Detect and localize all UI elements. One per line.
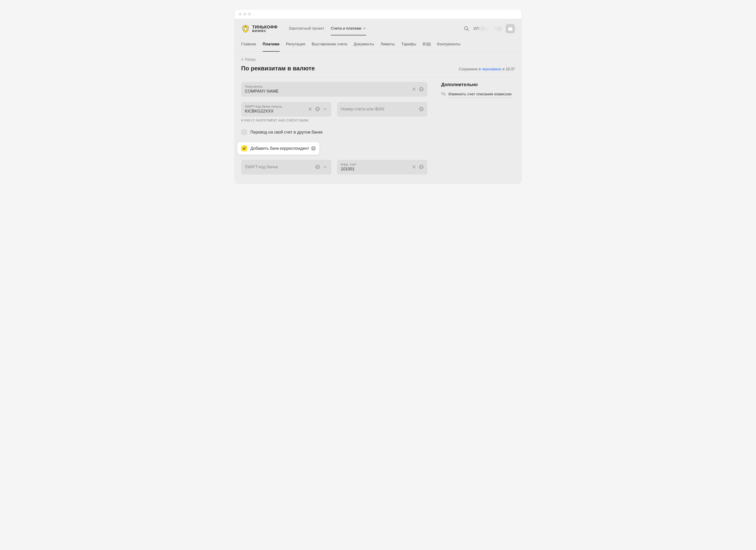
percent-icon: % bbox=[441, 91, 446, 97]
top-nav: Зарплатный проект Счета и платежи bbox=[289, 22, 366, 35]
logo-icon bbox=[241, 24, 250, 33]
user-prefix: ИП bbox=[474, 26, 479, 31]
top-nav-accounts-payments[interactable]: Счета и платежи bbox=[331, 22, 366, 35]
help-icon[interactable]: ? bbox=[315, 165, 320, 169]
top-nav-salary-project[interactable]: Зарплатный проект bbox=[289, 22, 324, 35]
corr-account-field[interactable]: Корр. счет 101001 ? bbox=[337, 160, 427, 175]
header: ТИНЬКОФФ БИЗНЕС Зарплатный проект Счета … bbox=[235, 19, 521, 35]
svg-rect-5 bbox=[509, 27, 511, 28]
window-dot bbox=[239, 13, 242, 16]
app-root: ТИНЬКОФФ БИЗНЕС Зарплатный проект Счета … bbox=[235, 19, 521, 184]
window-dot bbox=[243, 13, 246, 16]
user-label[interactable]: ИП bbox=[474, 26, 501, 31]
help-icon[interactable]: ? bbox=[315, 107, 320, 111]
swift-field[interactable]: SWIFT-код банка получа KICBKG22XXX ? bbox=[241, 102, 331, 117]
sub-nav-limits[interactable]: Лимиты bbox=[381, 37, 395, 52]
svg-rect-0 bbox=[244, 27, 247, 30]
change-commission-account-link[interactable]: % Изменить счет списания комиссии bbox=[441, 91, 515, 98]
header-right: ИП bbox=[463, 24, 515, 33]
chevron-down-icon[interactable] bbox=[322, 164, 328, 170]
iban-field[interactable]: Номер счета или IBAN ? bbox=[337, 102, 427, 117]
sub-nav-main[interactable]: Главное bbox=[241, 37, 256, 52]
own-account-row: Перевод на свой счет в другом банке bbox=[241, 127, 427, 137]
svg-point-1 bbox=[245, 26, 246, 27]
help-icon[interactable]: ? bbox=[419, 107, 424, 111]
swift-value: KICBKG22XXX bbox=[245, 109, 306, 114]
form-column: Получатель COMPANY NAME ? bbox=[241, 82, 427, 175]
drafts-link[interactable]: в черновиках bbox=[479, 67, 502, 71]
page-title: По реквизитам в валюте bbox=[241, 65, 315, 72]
browser-frame: ТИНЬКОФФ БИЗНЕС Зарплатный проект Счета … bbox=[234, 9, 522, 184]
recipient-value: COMPANY NAME bbox=[245, 89, 409, 94]
back-link[interactable]: Назад bbox=[241, 57, 255, 62]
saved-status: Сохранено в черновиках в 18:37 bbox=[459, 67, 515, 71]
top-nav-label: Счета и платежи bbox=[331, 26, 361, 31]
recipient-field[interactable]: Получатель COMPANY NAME ? bbox=[241, 82, 427, 97]
browser-titlebar bbox=[235, 9, 521, 19]
sub-nav-counterparties[interactable]: Контрагенты bbox=[437, 37, 460, 52]
svg-line-3 bbox=[467, 29, 469, 31]
add-correspondent-label: Добавить банк-корреспондент ? bbox=[250, 146, 316, 151]
content: Назад По реквизитам в валюте Сохранено в… bbox=[235, 52, 521, 184]
sub-nav-tariffs[interactable]: Тарифы bbox=[401, 37, 416, 52]
clear-icon[interactable] bbox=[411, 86, 417, 92]
search-icon[interactable] bbox=[463, 26, 469, 32]
main-columns: Получатель COMPANY NAME ? bbox=[241, 82, 515, 175]
window-dot bbox=[248, 13, 251, 16]
user-name-redacted bbox=[481, 27, 501, 31]
own-account-label: Перевод на свой счет в другом банке bbox=[250, 130, 323, 135]
chevron-down-icon bbox=[363, 27, 366, 30]
help-icon[interactable]: ? bbox=[419, 87, 424, 91]
recipient-label: Получатель bbox=[245, 85, 409, 88]
own-account-checkbox[interactable] bbox=[241, 129, 247, 135]
sub-nav-documents[interactable]: Документы bbox=[354, 37, 374, 52]
title-row: По реквизитам в валюте Сохранено в черно… bbox=[241, 65, 515, 77]
clear-icon[interactable] bbox=[411, 164, 417, 170]
add-correspondent-row: Добавить банк-корреспондент ? bbox=[237, 142, 319, 155]
sub-nav: Главное Платежи Репутация Выставление сч… bbox=[235, 37, 521, 52]
logo-text: ТИНЬКОФФ БИЗНЕС bbox=[252, 25, 277, 33]
briefcase-icon[interactable] bbox=[506, 24, 515, 33]
back-label: Назад bbox=[245, 57, 255, 62]
corr-swift-field[interactable]: SWIFT-код банка ? bbox=[241, 160, 331, 175]
side-link-text: Изменить счет списания комиссии bbox=[448, 91, 511, 98]
chevron-down-icon[interactable] bbox=[322, 106, 328, 112]
help-icon[interactable]: ? bbox=[311, 146, 316, 151]
sub-nav-payments[interactable]: Платежи bbox=[263, 37, 280, 52]
add-correspondent-checkbox[interactable] bbox=[241, 145, 247, 151]
swift-label: SWIFT-код банка получа bbox=[245, 105, 306, 108]
corr-account-value: 101001 bbox=[341, 167, 409, 172]
iban-placeholder: Номер счета или IBAN bbox=[341, 107, 417, 112]
sub-nav-ved[interactable]: ВЭД bbox=[423, 37, 431, 52]
chevron-left-icon bbox=[241, 58, 243, 61]
corr-account-label: Корр. счет bbox=[341, 163, 409, 166]
side-column: Дополнительно % Изменить счет списания к… bbox=[441, 82, 515, 175]
corr-swift-placeholder: SWIFT-код банка bbox=[245, 165, 313, 170]
sub-nav-reputation[interactable]: Репутация bbox=[286, 37, 305, 52]
clear-icon[interactable] bbox=[307, 106, 313, 112]
side-title: Дополнительно bbox=[441, 82, 515, 87]
swift-bank-name: KYRGYZ INVESTMENT AND CREDIT BANK bbox=[241, 119, 427, 122]
help-icon[interactable]: ? bbox=[419, 165, 424, 169]
logo[interactable]: ТИНЬКОФФ БИЗНЕС bbox=[241, 24, 277, 33]
sub-nav-invoice[interactable]: Выставление счета bbox=[312, 37, 347, 52]
